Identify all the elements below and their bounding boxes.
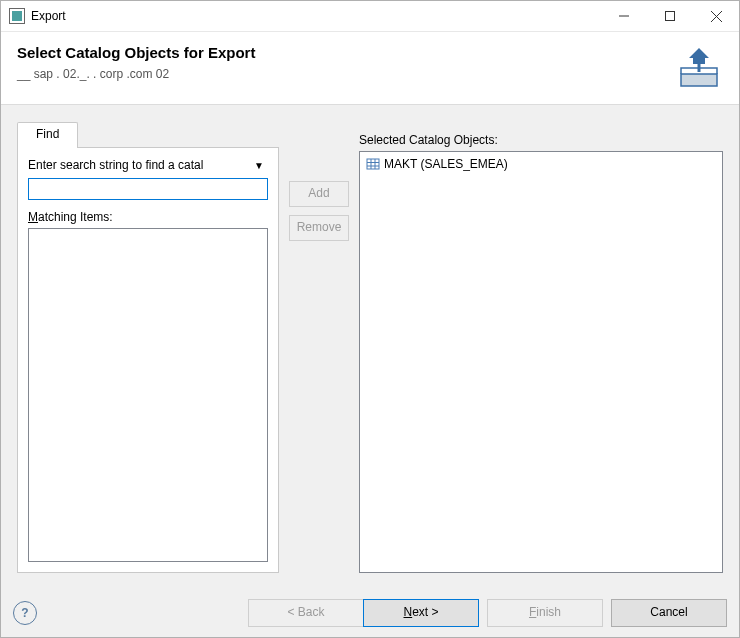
page-subtitle: __ sap . 02._. . corp .com 02 bbox=[17, 67, 667, 81]
svg-rect-1 bbox=[666, 12, 675, 21]
wizard-buttonbar: ? < Back Next > Finish Cancel bbox=[1, 589, 739, 637]
matching-items-label: Matching Items: bbox=[28, 210, 268, 224]
filter-row[interactable]: Enter search string to find a catal ▼ bbox=[28, 158, 268, 172]
cancel-button[interactable]: Cancel bbox=[611, 599, 727, 627]
export-wizard-window: Export Select Catalog Objects for Export… bbox=[0, 0, 740, 638]
matching-items-list[interactable] bbox=[28, 228, 268, 562]
export-icon bbox=[675, 44, 723, 92]
page-title: Select Catalog Objects for Export bbox=[17, 44, 667, 61]
tab-find[interactable]: Find bbox=[17, 122, 78, 148]
add-button[interactable]: Add bbox=[289, 181, 349, 207]
filter-description: Enter search string to find a catal bbox=[28, 158, 250, 172]
finish-button[interactable]: Finish bbox=[487, 599, 603, 627]
find-column: Find Enter search string to find a catal… bbox=[17, 121, 279, 573]
list-item-label: MAKT (SALES_EMEA) bbox=[384, 157, 508, 171]
wizard-header: Select Catalog Objects for Export __ sap… bbox=[1, 32, 739, 105]
chevron-down-icon[interactable]: ▼ bbox=[250, 160, 268, 171]
transfer-buttons: Add Remove bbox=[289, 121, 349, 573]
maximize-button[interactable] bbox=[647, 1, 693, 31]
svg-rect-4 bbox=[681, 74, 717, 86]
window-title: Export bbox=[31, 9, 66, 23]
svg-rect-5 bbox=[367, 159, 379, 169]
close-button[interactable] bbox=[693, 1, 739, 31]
app-icon bbox=[9, 8, 25, 24]
wizard-content: Find Enter search string to find a catal… bbox=[1, 105, 739, 589]
matching-items-mnemonic: M bbox=[28, 210, 38, 224]
table-icon bbox=[366, 157, 380, 171]
back-button[interactable]: < Back bbox=[248, 599, 363, 627]
tab-row: Find bbox=[17, 121, 279, 147]
next-button[interactable]: Next > bbox=[363, 599, 479, 627]
help-button[interactable]: ? bbox=[13, 601, 37, 625]
titlebar: Export bbox=[1, 1, 739, 32]
selected-label: Selected Catalog Objects: bbox=[359, 121, 723, 151]
find-panel: Enter search string to find a catal ▼ Ma… bbox=[17, 147, 279, 573]
selected-column: Selected Catalog Objects: MAKT (SALES_EM… bbox=[359, 121, 723, 573]
remove-button[interactable]: Remove bbox=[289, 215, 349, 241]
selected-objects-list[interactable]: MAKT (SALES_EMEA) bbox=[359, 151, 723, 573]
minimize-button[interactable] bbox=[601, 1, 647, 31]
search-input[interactable] bbox=[28, 178, 268, 200]
list-item[interactable]: MAKT (SALES_EMEA) bbox=[364, 156, 718, 172]
